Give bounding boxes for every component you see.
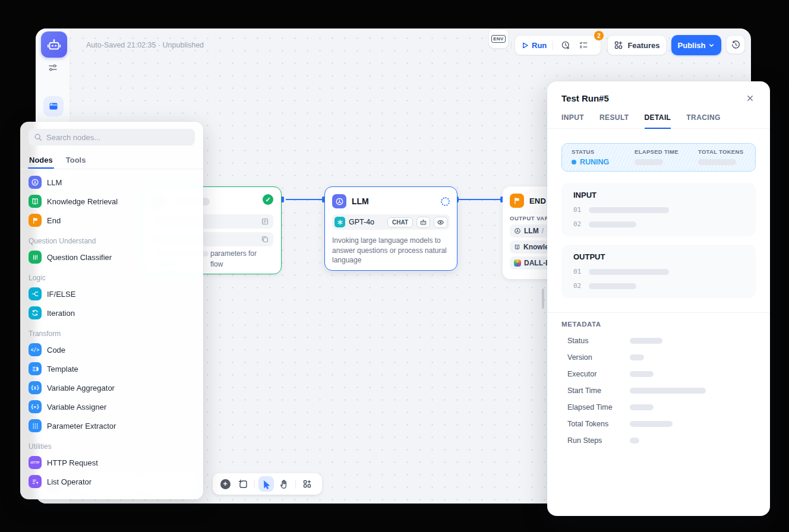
input-title: INPUT: [573, 191, 744, 200]
node-item-end[interactable]: End: [20, 211, 203, 230]
metadata-row: Run Steps: [561, 432, 756, 449]
version-history-button[interactable]: [726, 35, 745, 54]
node-group-title: Transform: [20, 327, 203, 340]
node-item-knowledge-retrieval[interactable]: Knowledge Retrieval: [20, 192, 203, 211]
classifier-icon: [29, 251, 42, 264]
node-item-variable-assigner[interactable]: {=} Variable Assigner: [20, 397, 203, 416]
input-card: INPUT 01 02: [561, 183, 756, 236]
canvas-scrollbar[interactable]: [542, 289, 544, 309]
publish-button[interactable]: Publish: [671, 35, 721, 55]
openai-icon: [334, 217, 345, 227]
node-item-template[interactable]: Template: [20, 359, 203, 378]
toolbar-divider: [295, 480, 296, 489]
play-icon: [521, 42, 529, 49]
search-input[interactable]: Search nodes...: [29, 129, 195, 145]
preferences-button[interactable]: [48, 62, 58, 73]
divider: [547, 312, 770, 313]
pointer-tool-button[interactable]: [258, 476, 274, 492]
list-filter-icon: [29, 475, 42, 488]
node-item-parameter-extractor[interactable]: Parameter Extractor: [20, 416, 203, 435]
skeleton: [630, 438, 639, 444]
chat-mode-badge: CHAT: [387, 217, 413, 227]
template-icon: [29, 362, 42, 375]
robot-icon: [46, 37, 62, 52]
end-node-title: END: [529, 197, 546, 205]
tab-tools[interactable]: Tools: [66, 151, 86, 169]
run-button[interactable]: Run: [521, 41, 547, 50]
skeleton: [630, 354, 644, 360]
llm-node[interactable]: LLM GPT-4o CHAT Invoking large language …: [324, 186, 457, 271]
running-dot-icon: [572, 160, 576, 164]
node-item-llm[interactable]: LLM: [20, 173, 203, 192]
code-icon: </>: [29, 343, 42, 356]
toolbar-divider: [254, 480, 255, 489]
model-name: GPT-4o: [349, 218, 384, 226]
copy-icon: [261, 235, 269, 243]
autosave-status: Auto-Saved 21:02:35 · Unpublished: [86, 41, 204, 49]
node-group-title: Logic: [20, 271, 203, 284]
close-button[interactable]: [744, 92, 756, 104]
line-number: 02: [573, 220, 581, 228]
node-item-question-classifier[interactable]: Question Classifier: [20, 248, 203, 267]
search-placeholder: Search nodes...: [46, 133, 100, 142]
note-add-icon: [238, 479, 248, 489]
model-selector[interactable]: GPT-4o CHAT: [332, 214, 450, 230]
preview-panel-button[interactable]: [43, 96, 64, 116]
run-history-button[interactable]: [559, 39, 572, 52]
publish-label: Publish: [678, 41, 706, 50]
screen: ✓ parameters for flow LLM: [0, 0, 789, 532]
tab-detail[interactable]: DETAIL: [645, 113, 671, 128]
add-node-button[interactable]: +: [217, 476, 233, 492]
checklist-button[interactable]: [577, 39, 590, 52]
features-button[interactable]: Features: [607, 35, 667, 55]
chevron-down-icon: [708, 42, 715, 49]
success-check-icon: ✓: [263, 194, 273, 205]
metadata-row: Elapsed Time: [561, 399, 756, 416]
robot-icon: [416, 217, 430, 228]
sliders-icon: [48, 63, 58, 72]
node-item-iteration[interactable]: Iteration: [20, 303, 203, 322]
dalle-icon: [514, 259, 521, 267]
node-item-code[interactable]: </> Code: [20, 340, 203, 359]
run-toolbar-group: Run: [515, 35, 601, 55]
node-group-title: Question Understand: [20, 235, 203, 248]
total-tokens-label: TOTAL TOKENS: [698, 148, 743, 155]
env-icon: ENV: [491, 35, 505, 43]
output-card: OUTPUT 01 02: [561, 245, 756, 298]
close-icon: [746, 94, 754, 102]
skeleton: [630, 421, 673, 427]
node-list: LLM Knowledge Retrieval End Question Und…: [20, 169, 203, 491]
node-item-list-operator[interactable]: List Operator: [20, 472, 203, 491]
llm-node-description: Invoking large language models to answer…: [332, 236, 450, 265]
metadata-title: METADATA: [561, 321, 756, 328]
node-item-if-else[interactable]: IF/ELSE: [20, 284, 203, 303]
node-item-variable-aggregator[interactable]: {x} Variable Aggregator: [20, 378, 203, 397]
organize-nodes-button[interactable]: [299, 476, 315, 492]
node-item-http-request[interactable]: HTTP HTTP Request: [20, 453, 203, 472]
variable-source: DALL-E: [524, 259, 550, 267]
checklist-icon: [579, 40, 588, 50]
env-button[interactable]: ENV: [488, 28, 509, 49]
skeleton: [630, 404, 654, 410]
skeleton: [589, 283, 636, 289]
tab-tracing[interactable]: TRACING: [686, 113, 720, 128]
end-flag-icon: [510, 194, 524, 208]
hand-tool-button[interactable]: [276, 476, 292, 492]
plus-circle-icon: +: [220, 479, 231, 489]
organize-icon: [302, 479, 312, 489]
metadata-row: Total Tokens: [561, 416, 756, 432]
metadata-row: Executor: [561, 366, 756, 382]
tab-nodes[interactable]: Nodes: [29, 151, 53, 169]
add-note-button[interactable]: [235, 476, 251, 492]
app-logo[interactable]: [41, 31, 67, 58]
output-title: OUTPUT: [573, 252, 744, 261]
skeleton: [630, 338, 662, 344]
tab-result[interactable]: RESULT: [599, 113, 629, 128]
elapsed-time-label: ELAPSED TIME: [635, 148, 698, 155]
tab-input[interactable]: INPUT: [561, 113, 584, 128]
flag-icon: [29, 214, 42, 227]
topbar-divider: [511, 41, 512, 49]
line-number: 01: [573, 268, 581, 276]
status-value: RUNING: [572, 158, 635, 166]
llm-node-title: LLM: [352, 197, 435, 206]
